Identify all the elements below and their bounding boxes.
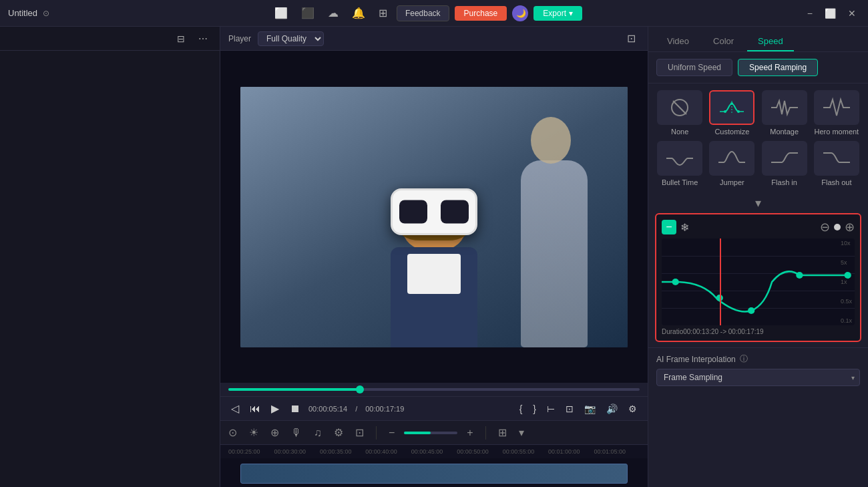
curve-label-10x: 10x (841, 240, 852, 247)
curve-label-5x: 5x (841, 259, 852, 266)
progress-thumb[interactable] (356, 385, 364, 393)
preset-flash-out[interactable]: Flash out (813, 141, 860, 186)
tl-music-icon[interactable]: ♫ (311, 426, 324, 440)
audio-button[interactable]: 🔊 (604, 402, 620, 416)
curve-toggle-button[interactable]: − (662, 220, 676, 234)
toolbar-icon-2[interactable]: ⬛ (297, 5, 318, 21)
tl-mic-icon[interactable]: 🎙 (288, 426, 304, 440)
curve-zoom-indicator (834, 224, 841, 230)
svg-point-9 (748, 307, 754, 314)
preset-icon-customize (709, 90, 754, 125)
preset-flash-in[interactable]: Flash in (761, 141, 808, 186)
tab-color[interactable]: Color (702, 32, 744, 51)
time-separator: / (355, 405, 357, 413)
filter-icon[interactable]: ⊟ (173, 32, 189, 45)
zoom-slider[interactable] (404, 432, 457, 434)
step-back-button[interactable]: ◁ (228, 401, 242, 416)
curve-zoom-in-button[interactable]: ⊕ (845, 220, 855, 234)
settings-button[interactable]: ⚙ (626, 402, 640, 416)
uniform-speed-button[interactable]: Uniform Speed (656, 59, 732, 76)
split-button[interactable]: ⊢ (544, 402, 558, 416)
export-button[interactable]: Export ▾ (533, 6, 582, 21)
preset-jumper[interactable]: Jumper (708, 141, 755, 186)
toolbar-icon-3[interactable]: ☁ (324, 5, 343, 21)
main-layout: ⊟ ⋯ Player Full Quality 1/2 Quality 1/4 … (0, 27, 868, 487)
close-button[interactable]: ✕ (844, 7, 860, 20)
video-frame (240, 87, 628, 347)
curve-canvas[interactable]: 10x 5x 1x 0.5x 0.1x (662, 238, 855, 325)
preset-label-flash-out: Flash out (821, 178, 851, 186)
toolbar-icon-5[interactable]: ⊞ (375, 5, 391, 21)
snapshot-button[interactable]: 📷 (582, 402, 598, 416)
preset-bullet[interactable]: Bullet Time (656, 141, 703, 186)
preset-montage[interactable]: Montage (761, 90, 808, 136)
pip-button[interactable]: ⊡ (563, 402, 576, 416)
ts-8: 00:01:00:00 (548, 448, 594, 455)
curve-labels-right: 10x 5x 1x 0.5x 0.1x (841, 238, 852, 325)
panel-tabs: Video Color Speed (648, 27, 868, 52)
preset-hero[interactable]: Hero moment (813, 90, 860, 136)
tl-grid-icon[interactable]: ⊞ (495, 425, 509, 440)
track-clip[interactable] (240, 464, 628, 484)
fullscreen-icon[interactable]: ⊡ (623, 31, 640, 46)
feedback-button[interactable]: Feedback (397, 5, 449, 21)
tl-zoom-in[interactable]: + (464, 426, 475, 440)
zoom-fill (404, 432, 431, 434)
tl-layout-icon[interactable]: ⊡ (353, 425, 367, 440)
play-button[interactable]: ▶ (268, 401, 282, 416)
tab-speed[interactable]: Speed (747, 32, 794, 51)
toolbar-icon-1[interactable]: ⬜ (270, 5, 292, 21)
player-bar: Player Full Quality 1/2 Quality 1/4 Qual… (220, 27, 648, 51)
tl-snap-icon[interactable]: ⊙ (226, 425, 240, 440)
tl-more-icon[interactable]: ▾ (516, 425, 527, 440)
quality-select[interactable]: Full Quality 1/2 Quality 1/4 Quality (258, 31, 324, 46)
expand-presets-button[interactable]: ▾ (755, 196, 761, 210)
speed-ramping-button[interactable]: Speed Ramping (738, 59, 818, 76)
timeline-ruler: 00:00:25:00 00:00:30:00 00:00:35:00 00:0… (220, 445, 648, 458)
title-icon: ⊙ (43, 9, 49, 18)
preset-label-jumper: Jumper (720, 178, 744, 186)
ts-2: 00:00:30:00 (274, 448, 319, 455)
preset-none[interactable]: None (656, 90, 703, 136)
curve-freeze-button[interactable]: ❄ (680, 221, 689, 234)
tl-sun-icon[interactable]: ☀ (246, 425, 261, 440)
playhead-line (720, 238, 721, 325)
preset-label-customize: Customize (714, 128, 749, 136)
preset-label-bullet: Bullet Time (662, 178, 698, 186)
svg-point-8 (672, 279, 678, 285)
more-options-icon[interactable]: ⋯ (194, 32, 212, 45)
theme-toggle[interactable]: 🌙 (512, 5, 528, 21)
tl-shield-icon[interactable]: ⊕ (268, 425, 282, 440)
progress-container[interactable] (220, 383, 648, 396)
app-title: Untitled (8, 8, 37, 18)
ai-label: AI Frame Interpolation ⓘ (656, 353, 860, 365)
tl-separator-1 (376, 426, 377, 440)
curve-zoom-out-button[interactable]: ⊖ (820, 220, 830, 234)
maximize-button[interactable]: ⬜ (821, 7, 840, 20)
svg-point-5 (724, 110, 726, 113)
tl-effects-icon[interactable]: ⚙ (331, 425, 346, 440)
ai-frame-select[interactable]: Frame Sampling Optical Flow (656, 369, 860, 386)
toolbar-icon-4[interactable]: 🔔 (348, 5, 369, 21)
tab-video[interactable]: Video (656, 32, 700, 51)
cut-out-button[interactable]: } (530, 402, 539, 416)
preset-customize[interactable]: Customize (708, 90, 755, 136)
preset-icon-bullet (657, 141, 702, 176)
sidebar: ⊟ ⋯ (0, 27, 220, 487)
timeline-toolbar: ⊙ ☀ ⊕ 🎙 ♫ ⚙ ⊡ − + ⊞ ▾ (220, 421, 648, 445)
cut-in-button[interactable]: { (517, 402, 525, 416)
minimize-button[interactable]: − (803, 7, 817, 20)
tl-zoom-out[interactable]: − (386, 426, 397, 440)
curve-duration: Duratio00:00:13:20 -> 00:00:17:19 (662, 328, 855, 335)
progress-track[interactable] (228, 388, 640, 391)
vr-headset (391, 188, 477, 235)
preset-icon-flash-in (762, 141, 807, 176)
vr-lens-left (399, 200, 427, 223)
center-area: Player Full Quality 1/2 Quality 1/4 Qual… (220, 27, 648, 487)
stop-button[interactable]: ⏹ (287, 401, 303, 416)
play-back-button[interactable]: ⏮ (247, 401, 263, 416)
export-chevron: ▾ (569, 9, 573, 18)
ts-3: 00:00:35:00 (320, 448, 365, 455)
ai-info-icon[interactable]: ⓘ (740, 353, 748, 365)
purchase-button[interactable]: Purchase (455, 6, 507, 21)
